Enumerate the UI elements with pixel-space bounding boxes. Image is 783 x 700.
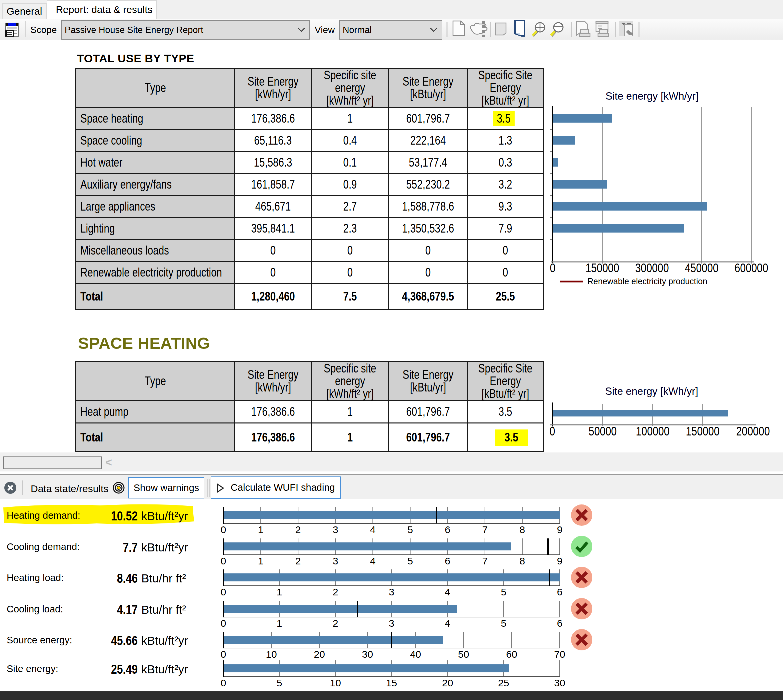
svg-text:1: 1 (277, 618, 282, 629)
svg-text:6: 6 (557, 587, 563, 597)
svg-text:4: 4 (370, 524, 376, 535)
svg-text:6: 6 (557, 618, 563, 629)
svg-text:Renewable electricity producti: Renewable electricity production (587, 277, 707, 286)
svg-text:15: 15 (386, 677, 397, 688)
svg-text:5: 5 (501, 618, 506, 629)
svg-text:150000: 150000 (686, 424, 720, 438)
svg-text:450000: 450000 (684, 261, 718, 275)
svg-text:100000: 100000 (636, 424, 669, 438)
svg-text:2: 2 (296, 555, 301, 567)
svg-text:5: 5 (501, 587, 506, 597)
svg-text:2: 2 (296, 524, 301, 535)
svg-text:5: 5 (407, 555, 413, 567)
svg-text:0: 0 (221, 587, 226, 597)
svg-text:30: 30 (554, 677, 565, 688)
svg-text:0: 0 (550, 261, 556, 275)
svg-text:10: 10 (330, 677, 341, 688)
svg-text:2: 2 (333, 587, 338, 597)
svg-text:50: 50 (458, 649, 469, 660)
svg-text:1: 1 (258, 555, 264, 567)
svg-text:8: 8 (520, 555, 525, 567)
svg-text:5: 5 (407, 524, 413, 535)
svg-text:150000: 150000 (585, 261, 619, 275)
svg-text:0: 0 (550, 424, 555, 438)
svg-text:4: 4 (370, 555, 376, 567)
svg-text:10: 10 (265, 649, 277, 660)
svg-text:30: 30 (362, 649, 373, 660)
svg-text:70: 70 (554, 649, 565, 660)
svg-text:1: 1 (258, 524, 264, 535)
svg-text:200000: 200000 (736, 424, 770, 438)
svg-text:50000: 50000 (589, 424, 617, 438)
svg-text:300000: 300000 (635, 261, 669, 275)
svg-text:7: 7 (482, 524, 487, 535)
svg-text:9: 9 (557, 524, 563, 535)
svg-text:20: 20 (442, 677, 453, 688)
svg-text:Site energy [kWh/yr]: Site energy [kWh/yr] (605, 385, 698, 397)
svg-text:6: 6 (445, 524, 450, 535)
svg-text:60: 60 (506, 649, 517, 660)
svg-text:5: 5 (277, 677, 282, 688)
svg-text:3: 3 (333, 524, 338, 535)
svg-text:0: 0 (221, 649, 226, 660)
svg-text:0: 0 (221, 524, 226, 535)
svg-text:25: 25 (498, 677, 509, 688)
svg-text:40: 40 (410, 649, 421, 660)
svg-text:1: 1 (277, 587, 282, 597)
svg-text:20: 20 (314, 649, 325, 660)
svg-text:3: 3 (389, 618, 394, 629)
svg-text:0: 0 (221, 618, 226, 629)
svg-text:7: 7 (482, 555, 487, 567)
svg-text:6: 6 (445, 555, 450, 567)
svg-text:600000: 600000 (735, 261, 768, 275)
svg-text:4: 4 (445, 618, 450, 629)
svg-text:4: 4 (445, 587, 450, 597)
svg-text:8: 8 (520, 524, 525, 535)
svg-text:Site energy [kWh/yr]: Site energy [kWh/yr] (605, 90, 698, 102)
svg-text:0: 0 (221, 555, 226, 567)
svg-text:2: 2 (333, 618, 338, 629)
svg-text:3: 3 (333, 555, 338, 567)
svg-text:3: 3 (389, 587, 394, 597)
svg-text:9: 9 (557, 555, 563, 567)
svg-text:0: 0 (221, 677, 226, 688)
